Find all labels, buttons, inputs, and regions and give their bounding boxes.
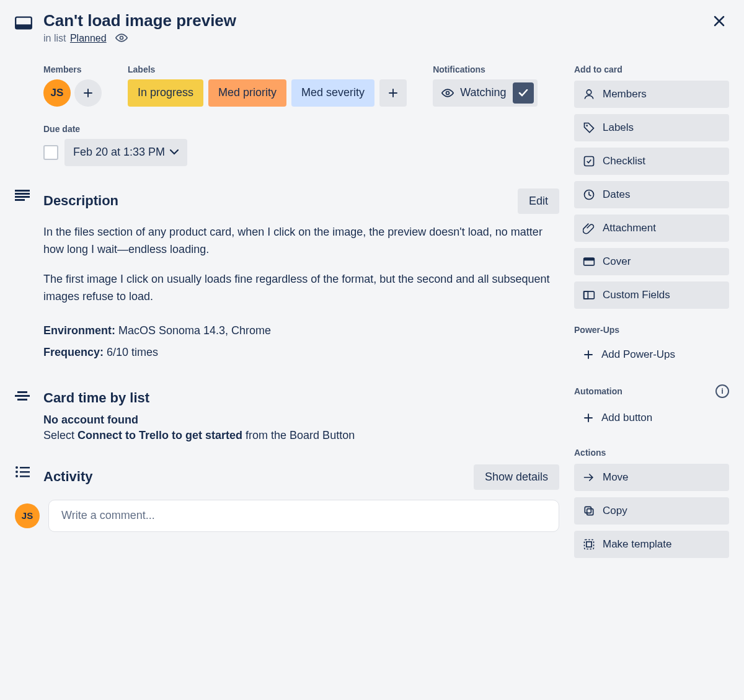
- due-date-text: Feb 20 at 1:33 PM: [73, 146, 165, 159]
- members-heading: Members: [43, 64, 102, 74]
- description-heading: Description: [43, 193, 118, 209]
- eye-icon: [441, 89, 454, 97]
- svg-rect-24: [584, 291, 588, 299]
- card-time-icon: [15, 391, 32, 442]
- svg-rect-10: [17, 399, 27, 401]
- plus-icon: [583, 349, 594, 360]
- edit-description-button[interactable]: Edit: [518, 188, 559, 214]
- add-label-button[interactable]: [379, 79, 407, 107]
- watching-button[interactable]: Watching: [433, 79, 537, 107]
- add-automation-button[interactable]: Add button: [574, 404, 729, 432]
- svg-rect-28: [587, 542, 591, 547]
- chevron-down-icon: [170, 149, 179, 155]
- person-icon: [583, 88, 595, 100]
- labels-heading: Labels: [128, 64, 407, 74]
- sidebar-make-template-button[interactable]: Make template: [574, 531, 729, 558]
- due-date-block: Due date Feb 20 at 1:33 PM: [43, 124, 187, 166]
- cover-icon: [583, 257, 595, 267]
- description-paragraph: In the files section of any product card…: [43, 224, 559, 259]
- show-details-button[interactable]: Show details: [474, 464, 559, 490]
- svg-rect-1: [16, 24, 32, 29]
- card-title[interactable]: Can't load image preview: [43, 11, 709, 30]
- tag-icon: [583, 122, 595, 134]
- label-chip-med-priority[interactable]: Med priority: [208, 79, 286, 107]
- card-time-hint: Select Connect to Trello to get started …: [43, 429, 559, 442]
- sidebar-move-button[interactable]: Move: [574, 464, 729, 491]
- copy-icon: [583, 505, 595, 517]
- sidebar-dates-button[interactable]: Dates: [574, 181, 729, 208]
- sidebar-custom-fields-button[interactable]: Custom Fields: [574, 281, 729, 309]
- card-time-heading: Card time by list: [43, 390, 149, 406]
- watching-label: Watching: [460, 86, 506, 99]
- svg-rect-19: [585, 156, 594, 166]
- custom-fields-icon: [583, 290, 595, 300]
- sidebar-members-button[interactable]: Members: [574, 81, 729, 108]
- actions-heading: Actions: [574, 448, 729, 458]
- description-environment: Environment: MacOS Sonoma 14.3, Chrome: [43, 324, 559, 337]
- svg-rect-14: [20, 471, 30, 473]
- sidebar-attachment-button[interactable]: Attachment: [574, 215, 729, 242]
- add-to-card-heading: Add to card: [574, 64, 729, 74]
- sidebar-copy-button[interactable]: Copy: [574, 497, 729, 525]
- card-time-no-account: No account found: [43, 414, 559, 427]
- svg-point-11: [16, 466, 18, 469]
- comment-input[interactable]: Write a comment...: [48, 500, 559, 532]
- arrow-right-icon: [583, 472, 595, 482]
- sidebar-labels-button[interactable]: Labels: [574, 114, 729, 141]
- svg-rect-6: [15, 196, 30, 198]
- add-powerups-button[interactable]: Add Power-Ups: [574, 341, 729, 368]
- close-icon[interactable]: [709, 11, 729, 34]
- svg-rect-26: [585, 507, 591, 513]
- label-chip-in-progress[interactable]: In progress: [128, 79, 203, 107]
- powerups-heading: Power-Ups: [574, 325, 729, 335]
- list-name-link[interactable]: Planned: [70, 33, 107, 43]
- description-icon: [15, 190, 32, 368]
- card-icon: [15, 16, 32, 32]
- paperclip-icon: [583, 222, 595, 234]
- sidebar-checklist-button[interactable]: Checklist: [574, 148, 729, 175]
- svg-rect-23: [584, 291, 595, 299]
- label-chip-med-severity[interactable]: Med severity: [291, 79, 374, 107]
- watching-eye-icon: [115, 33, 128, 44]
- activity-icon: [15, 466, 32, 490]
- svg-point-18: [586, 125, 588, 126]
- plus-icon: [583, 412, 594, 423]
- clock-icon: [583, 188, 595, 201]
- member-avatar[interactable]: JS: [43, 79, 71, 107]
- description-body[interactable]: In the files section of any product card…: [43, 224, 559, 359]
- automation-heading: Automation: [574, 386, 622, 396]
- svg-rect-5: [15, 193, 30, 195]
- svg-rect-27: [585, 539, 594, 549]
- notifications-heading: Notifications: [433, 64, 537, 74]
- checklist-icon: [583, 155, 595, 167]
- due-date-checkbox[interactable]: [43, 145, 58, 160]
- svg-point-3: [446, 91, 450, 94]
- svg-rect-25: [587, 509, 593, 515]
- svg-point-17: [587, 90, 591, 95]
- card-list-info: in list Planned: [43, 33, 709, 45]
- description-frequency: Frequency: 6/10 times: [43, 346, 559, 359]
- svg-rect-16: [20, 476, 30, 477]
- description-paragraph: The first image I click on usually loads…: [43, 271, 559, 306]
- svg-rect-12: [20, 467, 30, 469]
- add-member-button[interactable]: [74, 79, 102, 107]
- svg-point-15: [16, 475, 18, 477]
- members-block: Members JS: [43, 64, 102, 107]
- svg-rect-4: [15, 190, 30, 192]
- in-list-prefix: in list: [43, 33, 66, 43]
- svg-point-13: [16, 471, 18, 473]
- labels-block: Labels In progress Med priority Med seve…: [128, 64, 407, 107]
- svg-rect-9: [15, 395, 30, 397]
- due-date-heading: Due date: [43, 124, 187, 134]
- comment-placeholder: Write a comment...: [61, 509, 155, 522]
- svg-rect-22: [584, 258, 595, 260]
- activity-heading: Activity: [43, 469, 92, 485]
- watching-check-icon: [513, 82, 534, 104]
- comment-avatar[interactable]: JS: [15, 503, 40, 528]
- template-icon: [583, 538, 595, 551]
- svg-rect-7: [15, 199, 25, 201]
- automation-info-icon[interactable]: i: [715, 384, 729, 398]
- due-date-button[interactable]: Feb 20 at 1:33 PM: [64, 139, 187, 166]
- notifications-block: Notifications Watching: [433, 64, 537, 107]
- sidebar-cover-button[interactable]: Cover: [574, 248, 729, 275]
